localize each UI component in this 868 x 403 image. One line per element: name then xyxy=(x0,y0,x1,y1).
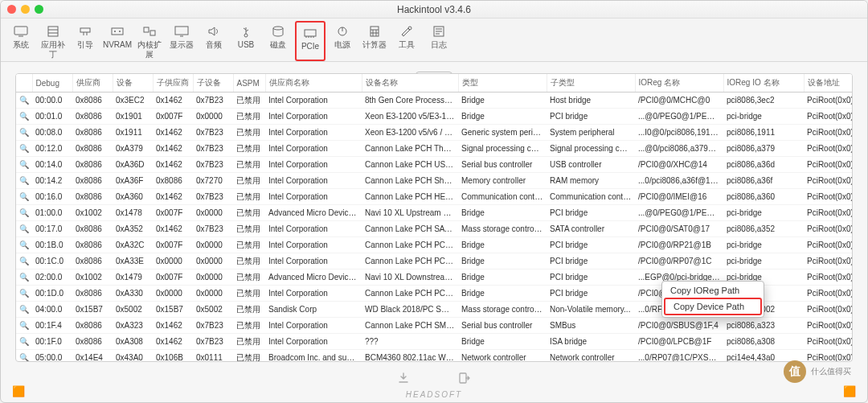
cell-ioreg: /PCI0@0/RP07@1C xyxy=(635,253,723,269)
svg-rect-3 xyxy=(112,28,123,35)
minimize-icon[interactable] xyxy=(21,5,30,14)
cell-ioreg: /PCI0@0/SAT0@17 xyxy=(635,221,723,237)
cell-ven: 0x8086 xyxy=(72,237,113,253)
column-header[interactable]: Debug xyxy=(32,74,72,93)
toolbar-calc[interactable]: 计算器 xyxy=(359,21,390,61)
boot-icon xyxy=(76,24,94,39)
export-icon[interactable] xyxy=(458,372,471,384)
table-row[interactable]: 🔍00:16.00x80860xA3600x14620x7B23已禁用Intel… xyxy=(16,189,853,205)
magnifier-icon[interactable]: 🔍 xyxy=(16,109,32,125)
table-row[interactable]: 🔍00:08.00x80860x19110x14620x7B23已禁用Intel… xyxy=(16,125,853,141)
toolbar-audio[interactable]: 音频 xyxy=(199,21,229,61)
toolbar-display[interactable]: 显示器 xyxy=(166,21,197,61)
toolbar-power[interactable]: 电源 xyxy=(327,21,358,61)
table-row[interactable]: 🔍05:00.00x14E40x43A00x106B0x0111已禁用Broad… xyxy=(16,350,853,363)
column-header[interactable]: IOReg 名称 xyxy=(635,74,723,93)
table-row[interactable]: 🔍00:1F.40x80860xA3230x14620x7B23已禁用Intel… xyxy=(16,318,853,334)
column-header[interactable]: 设备地址 xyxy=(804,74,853,93)
cell-debug: 00:1B.0 xyxy=(32,237,72,253)
pcie-table-wrapper[interactable]: Debug供应商设备子供应商子设备ASPM供应商名称设备名称类型子类型IOReg… xyxy=(15,73,853,362)
magnifier-icon[interactable]: 🔍 xyxy=(16,269,32,286)
column-header[interactable]: 设备 xyxy=(113,74,153,93)
magnifier-icon[interactable]: 🔍 xyxy=(16,286,32,302)
table-row[interactable]: 🔍01:00.00x10020x14780x007F0x0000已禁用Advan… xyxy=(16,205,853,221)
ctx-copy-ioreg-path[interactable]: Copy IOReg Path xyxy=(662,283,764,298)
column-header[interactable]: IOReg IO 名称 xyxy=(723,74,804,93)
toolbar-system[interactable]: 系统 xyxy=(6,21,36,61)
cell-sub: Non-Volatile memory... xyxy=(547,302,635,318)
cell-sub: SMBus xyxy=(547,318,635,334)
cell-sven: 0x1462 xyxy=(153,221,193,237)
table-body: 🔍00:00.00x80860x3EC20x14620x7B23已禁用Intel… xyxy=(16,93,853,363)
ctx-copy-device-path[interactable]: Copy Device Path xyxy=(664,298,762,315)
cell-aspm: 已禁用 xyxy=(233,141,265,157)
column-header[interactable]: 子类型 xyxy=(547,74,635,93)
table-row[interactable]: 🔍00:00.00x80860x3EC20x14620x7B23已禁用Intel… xyxy=(16,93,853,109)
magnifier-icon[interactable]: 🔍 xyxy=(16,302,32,318)
magnifier-icon[interactable]: 🔍 xyxy=(16,253,32,269)
display-icon xyxy=(173,24,190,39)
svg-rect-7 xyxy=(150,31,155,35)
table-row[interactable]: 🔍00:14.20x80860xA36F0x80860x7270已禁用Intel… xyxy=(16,173,853,189)
cell-dname: WD Black 2018/PC SN720... xyxy=(362,302,458,318)
toolbar-boot[interactable]: 引导 xyxy=(70,21,100,61)
toolbar-log[interactable]: 日志 xyxy=(424,21,454,61)
column-header[interactable] xyxy=(16,74,32,93)
download-icon[interactable] xyxy=(397,372,410,384)
magnifier-icon[interactable]: 🔍 xyxy=(16,318,32,334)
context-menu[interactable]: Copy IOReg PathCopy Device Path xyxy=(661,281,764,318)
close-icon[interactable] xyxy=(7,5,16,14)
magnifier-icon[interactable]: 🔍 xyxy=(16,93,32,109)
cell-dname: 8th Gen Core Processor Ho... xyxy=(362,93,458,109)
column-header[interactable]: 供应商名称 xyxy=(265,74,362,93)
cell-sdev: 0x0000 xyxy=(193,269,233,286)
column-header[interactable]: 设备名称 xyxy=(362,74,458,93)
table-row[interactable]: 🔍00:1C.00x80860xA33E0x00000x0000已禁用Intel… xyxy=(16,253,853,269)
cell-ioname: pci8086,1911 xyxy=(723,125,804,141)
magnifier-icon[interactable]: 🔍 xyxy=(16,237,32,253)
magnifier-icon[interactable]: 🔍 xyxy=(16,141,32,157)
magnifier-icon[interactable]: 🔍 xyxy=(16,173,32,189)
cell-ioname: pci8086,3ec2 xyxy=(723,93,804,109)
table-row[interactable]: 🔍00:14.00x80860xA36D0x14620x7B23已禁用Intel… xyxy=(16,157,853,173)
toolbar-kexts[interactable]: 内核扩展 xyxy=(134,21,165,61)
column-header[interactable]: 供应商 xyxy=(72,74,113,93)
column-header[interactable]: ASPM xyxy=(233,74,265,93)
cell-dev: 0x5002 xyxy=(113,302,153,318)
magnifier-icon[interactable]: 🔍 xyxy=(16,189,32,205)
table-row[interactable]: 🔍00:1B.00x80860xA32C0x007F0x0000已禁用Intel… xyxy=(16,237,853,253)
toolbar-nvram[interactable]: NVRAM xyxy=(102,21,133,61)
column-header[interactable]: 子设备 xyxy=(193,74,233,93)
table-row[interactable]: 🔍00:01.00x80860x19010x007F0x0000已禁用Intel… xyxy=(16,109,853,125)
magnifier-icon[interactable]: 🔍 xyxy=(16,125,32,141)
magnifier-icon[interactable]: 🔍 xyxy=(16,350,32,363)
toolbar-tools[interactable]: 工具 xyxy=(391,21,422,61)
cell-ioreg: ...0/pci8086,a36f@14,2 xyxy=(635,173,723,189)
table-row[interactable]: 🔍00:17.00x80860xA3520x14620x7B23已禁用Intel… xyxy=(16,221,853,237)
toolbar-usb[interactable]: USB xyxy=(231,21,261,61)
table-row[interactable]: 🔍00:1F.00x80860xA3080x14620x7B23已禁用Intel… xyxy=(16,334,853,350)
svg-rect-1 xyxy=(48,27,58,36)
svg-rect-11 xyxy=(305,30,316,36)
toolbar-patches[interactable]: 应用补丁 xyxy=(38,21,68,61)
magnifier-icon[interactable]: 🔍 xyxy=(16,205,32,221)
table-row[interactable]: 🔍00:12.00x80860xA3790x14620x7B23已禁用Intel… xyxy=(16,141,853,157)
magnifier-icon[interactable]: 🔍 xyxy=(16,157,32,173)
cell-ioname: pci-bridge xyxy=(723,253,804,269)
cell-sdev: 0x0000 xyxy=(193,253,233,269)
toolbar-label: 工具 xyxy=(399,40,415,50)
toolbar-pcie[interactable]: PCIe xyxy=(295,21,326,61)
cell-dev: 0x43A0 xyxy=(113,350,153,363)
magnifier-icon[interactable]: 🔍 xyxy=(16,334,32,350)
zoom-icon[interactable] xyxy=(35,5,43,14)
toolbar-disk[interactable]: 磁盘 xyxy=(263,21,293,61)
column-header[interactable]: 子供应商 xyxy=(153,74,193,93)
cell-sdev: 0x0000 xyxy=(193,237,233,253)
cell-ven: 0x8086 xyxy=(72,253,113,269)
cell-class: Mass storage controller xyxy=(458,302,547,318)
magnifier-icon[interactable]: 🔍 xyxy=(16,221,32,237)
cell-aspm: 已禁用 xyxy=(233,189,265,205)
column-header[interactable]: 类型 xyxy=(458,74,547,93)
cell-sub: Communication contr... xyxy=(547,189,635,205)
app-window: Hackintool v3.4.6 系统应用补丁引导NVRAM内核扩展显示器音频… xyxy=(0,0,868,403)
